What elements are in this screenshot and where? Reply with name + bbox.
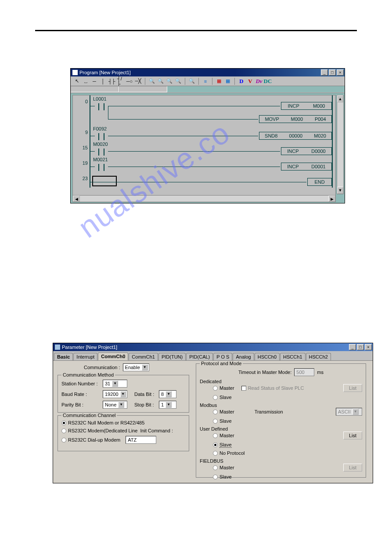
tool-contact-no-icon[interactable]: ┤├ bbox=[108, 78, 115, 85]
radio-dedicated-slave[interactable]: Slave bbox=[213, 395, 232, 400]
zoom-100-icon[interactable]: 🔍 bbox=[175, 78, 182, 85]
output-box[interactable]: INCP D0000 bbox=[281, 147, 332, 155]
radio-modbus-master[interactable]: Master bbox=[213, 409, 234, 414]
communication-select[interactable]: Enable▼ bbox=[123, 363, 149, 371]
d-button[interactable]: D bbox=[238, 78, 245, 85]
output-box[interactable]: MOVP M000 P004 bbox=[259, 115, 332, 123]
align-icon[interactable]: ≡ bbox=[202, 78, 209, 85]
radio-modem-dedicated[interactable]: RS232C Modem(Dedicated Line bbox=[61, 428, 137, 433]
parameter-panel: Communication : Enable▼ Communication Me… bbox=[53, 361, 373, 483]
program-title: Program [New Project1] bbox=[79, 70, 131, 75]
tool-delete-icon[interactable]: ⎵ bbox=[82, 78, 89, 85]
output-box[interactable]: END bbox=[307, 178, 332, 186]
output-box[interactable]: INCP M000 bbox=[281, 102, 332, 110]
dropdown-icon[interactable]: ▼ bbox=[165, 391, 172, 397]
close-button[interactable]: × bbox=[337, 69, 344, 76]
tab-hscch0[interactable]: HSCCh0 bbox=[255, 353, 280, 360]
contact[interactable]: F0092 bbox=[95, 132, 108, 141]
tool-coil-icon[interactable]: ─○ bbox=[126, 78, 133, 85]
program-subtoolbar bbox=[71, 86, 345, 93]
tool-hline-icon[interactable]: ─ bbox=[91, 78, 98, 85]
list-button-dedicated[interactable]: List bbox=[343, 384, 362, 392]
contact[interactable]: M0020 bbox=[95, 148, 108, 156]
group-comm-channel: Communication Channel RS232C Null Modem … bbox=[58, 415, 189, 451]
dropdown-icon[interactable]: ▼ bbox=[165, 402, 172, 408]
dropdown-icon[interactable]: ▼ bbox=[112, 381, 118, 387]
radio-null-modem[interactable]: RS232C Null Modem or RS422/485 bbox=[61, 420, 144, 425]
tab-interrupt[interactable]: Interrupt bbox=[73, 353, 97, 360]
program-titlebar[interactable]: Program [New Project1] _ □ × bbox=[71, 69, 345, 76]
maximize-button[interactable]: □ bbox=[329, 69, 336, 76]
userdef-label: User Defined bbox=[200, 426, 362, 432]
station-select[interactable]: 31▼ bbox=[103, 380, 127, 388]
radio-userdef-master[interactable]: Master bbox=[213, 433, 234, 438]
radio-icon bbox=[61, 438, 66, 443]
scroll-up-icon[interactable]: ▲ bbox=[337, 95, 343, 102]
scroll-right-icon[interactable]: ▶ bbox=[328, 196, 335, 202]
list-button-fieldbus[interactable]: List bbox=[343, 464, 362, 472]
vertical-scrollbar[interactable]: ▲ ▼ bbox=[337, 95, 344, 194]
radio-icon bbox=[213, 419, 218, 424]
tool-not-icon[interactable]: ─╳ bbox=[135, 78, 142, 85]
scroll-down-icon[interactable]: ▼ bbox=[337, 187, 343, 194]
radio-dialup-modem[interactable]: RS232C Dial-up Modem bbox=[61, 437, 120, 443]
tab-strip: Basic Interrupt CommCh0 CommCh1 PID(TUN)… bbox=[53, 351, 373, 361]
dv-button[interactable]: Dv bbox=[255, 78, 263, 85]
dropdown-icon[interactable]: ▼ bbox=[120, 391, 126, 397]
contact[interactable]: M0021 bbox=[95, 163, 108, 172]
contact[interactable]: L0001 bbox=[95, 102, 108, 111]
parity-select[interactable]: None▼ bbox=[103, 401, 127, 409]
rung-19: 19 M0021 INCP D0001 bbox=[73, 157, 335, 172]
check-read-status[interactable]: Read Status of Slave PLC bbox=[241, 385, 304, 391]
minimize-button[interactable]: _ bbox=[321, 69, 328, 76]
tab-hscch1[interactable]: HSCCh1 bbox=[280, 353, 305, 360]
horizontal-scrollbar[interactable]: ◀ ▶ bbox=[72, 195, 336, 202]
dc-button[interactable]: DC bbox=[264, 78, 271, 85]
radio-fieldbus-master[interactable]: Master bbox=[213, 465, 234, 470]
transmission-select[interactable]: ASCII▼ bbox=[336, 408, 362, 416]
parameter-titlebar[interactable]: Parameter [New Project1] _ □ × bbox=[53, 343, 373, 351]
cursor-box[interactable] bbox=[92, 176, 117, 186]
tab-commch1[interactable]: CommCh1 bbox=[129, 353, 158, 360]
tab-pos[interactable]: P O S bbox=[213, 353, 232, 360]
find-icon[interactable]: 🔍 bbox=[188, 78, 195, 85]
ladder-area[interactable]: 0 L0001 INCP M000 MOVP M000 P004 bbox=[72, 95, 336, 201]
databit-select[interactable]: 8▼ bbox=[159, 390, 176, 398]
timeout-field[interactable]: 500 bbox=[294, 368, 314, 376]
zoom-in-icon[interactable]: 🔍 bbox=[148, 78, 155, 85]
v-button[interactable]: V bbox=[247, 78, 254, 85]
tab-commch0[interactable]: CommCh0 bbox=[98, 352, 128, 360]
radio-dedicated-master[interactable]: Master bbox=[213, 385, 234, 391]
tab-pidtun[interactable]: PID(TUN) bbox=[158, 353, 186, 360]
tab-analog[interactable]: Analog bbox=[233, 353, 254, 360]
radio-no-protocol[interactable]: No Protocol bbox=[213, 450, 245, 456]
dropdown-icon[interactable]: ▼ bbox=[118, 402, 124, 408]
output-box[interactable]: SND8 00000 M020 bbox=[259, 132, 332, 140]
tool-contact-nc-icon[interactable]: ┤/├ bbox=[117, 78, 124, 85]
zoom-out-icon[interactable]: 🔍 bbox=[157, 78, 164, 85]
stopbit-select[interactable]: 1▼ bbox=[159, 401, 176, 409]
radio-userdef-slave[interactable]: Slave bbox=[213, 442, 232, 448]
init-command-field[interactable]: ATZ bbox=[126, 436, 156, 444]
list-button-userdef[interactable]: List bbox=[343, 432, 362, 439]
tab-pidcal[interactable]: PID(CAL) bbox=[186, 353, 213, 360]
init-label: Init Command : bbox=[140, 428, 173, 433]
databit-label: Data Bit : bbox=[134, 392, 156, 397]
radio-fieldbus-slave[interactable]: Slave bbox=[213, 474, 232, 479]
radio-modbus-slave[interactable]: Slave bbox=[213, 418, 232, 424]
dropdown-icon[interactable]: ▼ bbox=[352, 409, 359, 415]
maximize-button[interactable]: □ bbox=[357, 344, 364, 350]
output-box[interactable]: INCP D0001 bbox=[281, 163, 332, 170]
scroll-left-icon[interactable]: ◀ bbox=[73, 196, 80, 202]
minimize-button[interactable]: _ bbox=[349, 344, 356, 350]
diff-icon[interactable]: ▦ bbox=[216, 78, 223, 85]
tab-hscch2[interactable]: HSCCh2 bbox=[306, 353, 331, 360]
diff2-icon[interactable]: ▦ bbox=[224, 78, 231, 85]
close-button[interactable]: × bbox=[365, 344, 372, 350]
tool-vline-icon[interactable]: │ bbox=[100, 78, 107, 85]
baud-select[interactable]: 19200▼ bbox=[103, 390, 127, 398]
dropdown-icon[interactable]: ▼ bbox=[142, 364, 148, 370]
tab-basic[interactable]: Basic bbox=[54, 353, 73, 360]
zoom-fit-icon[interactable]: 🔍 bbox=[166, 78, 173, 85]
tool-cursor-icon[interactable]: ↖ bbox=[73, 78, 80, 85]
